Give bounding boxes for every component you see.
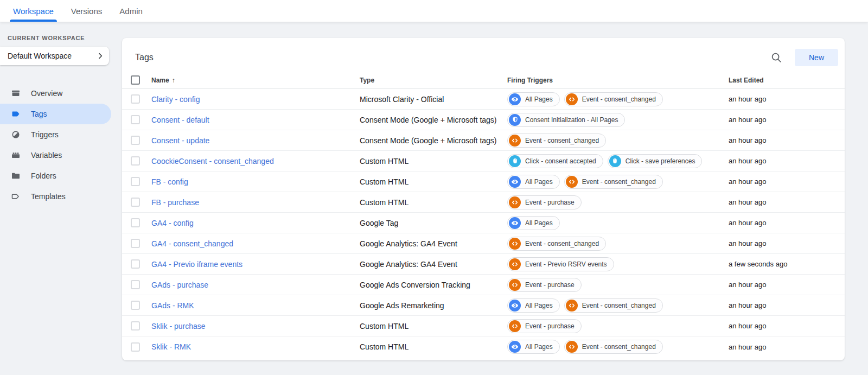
trigger-chip[interactable]: Click - save preferences: [608, 154, 703, 168]
trigger-chip[interactable]: Event - consent_changed: [507, 237, 606, 251]
sidebar-item-templates[interactable]: Templates: [0, 186, 111, 207]
workspace-name: Default Workspace: [8, 52, 72, 60]
row-checkbox[interactable]: [131, 156, 140, 166]
tab-workspace[interactable]: Workspace: [4, 0, 62, 22]
tag-name-link[interactable]: Sklik - RMK: [151, 342, 191, 351]
trigger-chip[interactable]: All Pages: [507, 216, 560, 230]
trigger-chip[interactable]: Event - purchase: [507, 195, 582, 209]
sort-ascending-icon: ↑: [172, 77, 175, 84]
tag-type: Custom HTML: [360, 198, 507, 207]
trigger-chip-label: Event - consent_changed: [582, 343, 656, 351]
select-all-checkbox[interactable]: [131, 75, 140, 85]
column-header-firing-triggers[interactable]: Firing Triggers: [507, 77, 729, 84]
tag-name-link[interactable]: Clarity - config: [151, 95, 200, 104]
row-checkbox[interactable]: [131, 177, 140, 186]
click-icon: [609, 155, 621, 167]
trigger-chip[interactable]: Event - consent_changed: [564, 175, 663, 189]
trigger-chip-label: Event - consent_changed: [582, 178, 656, 186]
last-edited: an hour ago: [729, 95, 836, 103]
trigger-chip[interactable]: Event - purchase: [507, 319, 582, 333]
trigger-chip[interactable]: All Pages: [507, 298, 560, 313]
folders-icon: [10, 170, 22, 181]
sidebar: CURRENT WORKSPACE Default Workspace Over…: [0, 22, 122, 375]
custom-event-icon: [509, 258, 521, 270]
pageview-icon: [509, 217, 521, 229]
tag-name-link[interactable]: GA4 - config: [151, 219, 194, 227]
trigger-chip[interactable]: All Pages: [507, 175, 560, 189]
last-edited: an hour ago: [729, 198, 836, 206]
row-checkbox[interactable]: [131, 342, 140, 352]
sidebar-item-overview[interactable]: Overview: [0, 83, 111, 104]
tag-type: Custom HTML: [360, 342, 507, 351]
trigger-chip[interactable]: Event - consent_changed: [564, 92, 663, 106]
search-button[interactable]: [765, 47, 787, 68]
tag-type: Google Tag: [360, 219, 507, 227]
row-checkbox[interactable]: [131, 239, 140, 248]
trigger-chip[interactable]: Event - consent_changed: [564, 340, 663, 354]
trigger-chip[interactable]: Event - consent_changed: [507, 134, 606, 148]
tag-type: Google Ads Remarketing: [360, 301, 507, 310]
tag-name-link[interactable]: GA4 - consent_changed: [151, 239, 233, 248]
trigger-chip[interactable]: Event - Previo RSRV events: [507, 257, 614, 271]
last-edited: a few seconds ago: [729, 260, 836, 268]
tag-name-link[interactable]: GAds - RMK: [151, 301, 194, 310]
sidebar-item-variables[interactable]: Variables: [0, 145, 111, 166]
sidebar-item-label: Overview: [31, 89, 62, 98]
column-header-last-edited[interactable]: Last Edited: [729, 77, 836, 84]
tag-type: Microsoft Clarity - Official: [360, 95, 507, 104]
table-row: GA4 - Previo iframe eventsGoogle Analyti…: [122, 254, 845, 275]
row-checkbox[interactable]: [131, 280, 140, 289]
trigger-chip[interactable]: Click - consent accepted: [507, 154, 603, 168]
trigger-chip[interactable]: All Pages: [507, 92, 560, 106]
row-checkbox[interactable]: [131, 301, 140, 310]
trigger-chip[interactable]: Event - consent_changed: [564, 298, 663, 313]
trigger-chip-label: Event - purchase: [525, 322, 575, 330]
new-tag-button[interactable]: New: [795, 49, 838, 66]
row-checkbox[interactable]: [131, 218, 140, 227]
custom-event-icon: [566, 176, 578, 188]
last-edited: an hour ago: [729, 322, 836, 330]
pageview-icon: [509, 300, 521, 312]
trigger-chip-label: All Pages: [525, 302, 553, 309]
tag-name-link[interactable]: Consent - default: [151, 116, 209, 124]
column-header-name[interactable]: Name↑: [151, 77, 360, 84]
current-workspace-label: CURRENT WORKSPACE: [8, 35, 122, 41]
click-icon: [509, 155, 521, 167]
table-row: Consent - updateConsent Mode (Google + M…: [122, 130, 845, 151]
last-edited: an hour ago: [729, 219, 836, 227]
row-checkbox[interactable]: [131, 94, 140, 104]
tag-name-link[interactable]: FB - purchase: [151, 198, 199, 207]
tag-name-link[interactable]: Sklik - purchase: [151, 322, 206, 330]
trigger-chip-label: Event - consent_changed: [525, 240, 599, 247]
templates-icon: [10, 191, 22, 202]
row-checkbox[interactable]: [131, 136, 140, 145]
tag-name-link[interactable]: Consent - update: [151, 136, 209, 145]
trigger-chip-label: Event - purchase: [525, 199, 575, 206]
table-header: Name↑ Type Firing Triggers Last Edited: [122, 72, 845, 89]
tags-icon: [10, 109, 22, 119]
row-checkbox[interactable]: [131, 259, 140, 269]
column-header-type[interactable]: Type: [360, 77, 507, 84]
custom-event-icon: [509, 279, 521, 291]
trigger-chip-label: All Pages: [525, 178, 553, 186]
row-checkbox[interactable]: [131, 198, 140, 207]
tag-name-link[interactable]: GA4 - Previo iframe events: [151, 260, 242, 269]
row-checkbox[interactable]: [131, 115, 140, 124]
trigger-chip-label: All Pages: [525, 343, 553, 351]
sidebar-item-label: Templates: [31, 192, 66, 201]
trigger-chip[interactable]: All Pages: [507, 340, 560, 354]
last-edited: an hour ago: [729, 177, 836, 186]
trigger-chip[interactable]: Consent Initialization - All Pages: [507, 113, 625, 127]
sidebar-item-tags[interactable]: Tags: [0, 104, 111, 124]
trigger-chip-label: Click - consent accepted: [525, 157, 596, 165]
tag-name-link[interactable]: CoockieConsent - consent_changed: [151, 157, 274, 166]
tab-versions[interactable]: Versions: [62, 0, 111, 22]
row-checkbox[interactable]: [131, 321, 140, 330]
sidebar-item-folders[interactable]: Folders: [0, 166, 111, 186]
workspace-selector[interactable]: Default Workspace: [0, 47, 109, 65]
tag-name-link[interactable]: GAds - purchase: [151, 281, 208, 289]
tag-name-link[interactable]: FB - config: [151, 177, 188, 186]
tab-admin[interactable]: Admin: [111, 0, 151, 22]
trigger-chip[interactable]: Event - purchase: [507, 278, 582, 292]
sidebar-item-triggers[interactable]: Triggers: [0, 124, 111, 145]
